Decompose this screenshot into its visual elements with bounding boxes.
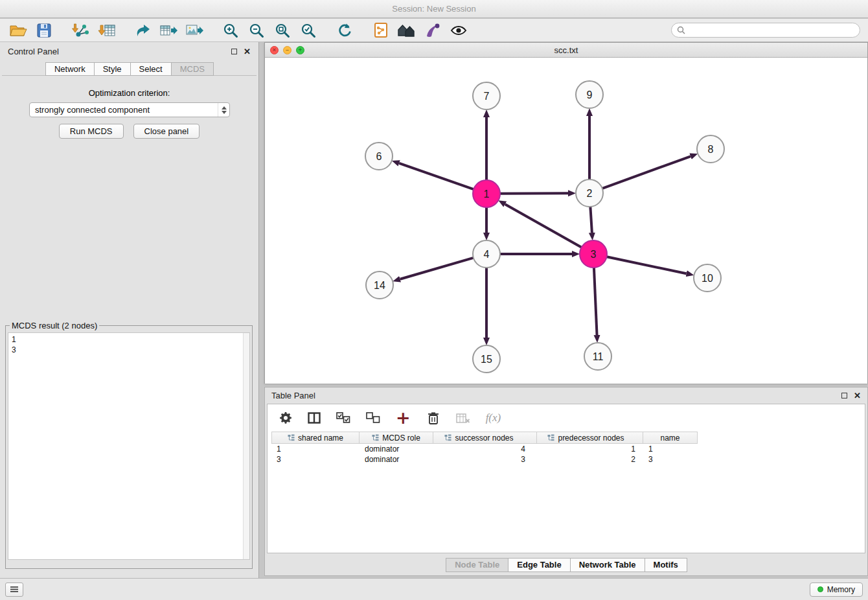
graph-edge-2-8[interactable]: [602, 156, 691, 189]
task-history-button[interactable]: [5, 583, 23, 597]
delete-table-button[interactable]: [456, 413, 470, 424]
column-label: shared name: [298, 433, 343, 443]
graph-edge-1-2[interactable]: [500, 193, 568, 194]
column-header-mcds-role[interactable]: MCDS role: [360, 432, 433, 444]
mcds-result-line[interactable]: 1: [12, 334, 240, 345]
tab-mcds[interactable]: MCDS: [171, 62, 214, 76]
close-table-panel-icon[interactable]: ✕: [854, 391, 861, 400]
control-panel-tabs: Network Style Select MCDS: [0, 62, 258, 76]
refresh-layout-button[interactable]: [332, 20, 358, 41]
add-row-button[interactable]: +: [396, 411, 411, 424]
graph-edge-4-14[interactable]: [400, 258, 474, 279]
memory-button[interactable]: Memory: [810, 583, 863, 597]
graph-node-label: 8: [708, 144, 714, 155]
tab-motifs[interactable]: Motifs: [645, 558, 687, 572]
cell-name[interactable]: 1: [643, 444, 698, 454]
column-header-shared-name[interactable]: shared name: [271, 432, 360, 444]
export-network-icon: [134, 23, 151, 38]
graph-edge-3-11[interactable]: [594, 268, 597, 335]
graph-node-label: 4: [484, 249, 490, 260]
cell-shared-name[interactable]: 1: [271, 444, 360, 454]
float-panel-icon[interactable]: [231, 49, 237, 54]
float-table-panel-icon[interactable]: [841, 393, 847, 398]
graph-node-label: 6: [376, 151, 382, 162]
column-header-predecessor-nodes[interactable]: predecessor nodes: [537, 432, 643, 444]
tab-network[interactable]: Network: [45, 62, 95, 76]
import-table-icon: [98, 23, 115, 38]
zoom-window-icon[interactable]: +: [296, 46, 304, 54]
column-label: successor nodes: [455, 433, 513, 443]
save-session-button[interactable]: [31, 20, 57, 41]
table-options-button[interactable]: [279, 411, 292, 424]
column-header-successor-nodes[interactable]: successor nodes: [433, 432, 537, 444]
zoom-fit-icon: [275, 23, 290, 38]
cell-name[interactable]: 3: [643, 455, 698, 464]
graph-node-label: 2: [587, 188, 593, 199]
tab-edge-table[interactable]: Edge Table: [508, 558, 570, 572]
zoom-in-button[interactable]: [218, 20, 244, 41]
memory-status-icon: [817, 586, 823, 592]
select-all-checks-icon: [336, 412, 350, 424]
cell-mcds-role[interactable]: dominator: [360, 444, 433, 454]
close-panel-icon[interactable]: ✕: [244, 47, 251, 56]
graph-edge-1-6[interactable]: [399, 163, 474, 189]
run-mcds-button[interactable]: Run MCDS: [59, 124, 124, 139]
close-panel-button[interactable]: Close panel: [133, 124, 200, 139]
zoom-fit-button[interactable]: [269, 20, 295, 41]
mcds-result-line[interactable]: 3: [12, 345, 240, 355]
minimize-window-icon[interactable]: –: [283, 46, 291, 54]
title-bar: Session: New Session: [0, 0, 868, 18]
result-scrollbar[interactable]: [243, 333, 249, 559]
network-graph[interactable]: 1234678910111415: [265, 58, 867, 384]
import-table-button[interactable]: [93, 20, 119, 41]
show-columns-button[interactable]: [308, 412, 321, 424]
table-row[interactable]: 3 dominator 3 2 3: [271, 454, 865, 465]
import-network-button[interactable]: [67, 20, 93, 41]
export-network-button[interactable]: [130, 20, 155, 41]
cell-shared-name[interactable]: 3: [271, 455, 360, 464]
graph-edge-3-1[interactable]: [505, 204, 582, 247]
show-hide-button[interactable]: [446, 20, 472, 41]
search-field[interactable]: [671, 23, 860, 38]
column-type-icon: [288, 434, 295, 441]
tab-select[interactable]: Select: [130, 62, 172, 76]
table-panel-tabs: Node Table Edge Table Network Table Moti…: [265, 558, 867, 572]
plus-icon: +: [396, 411, 411, 424]
graph-edge-3-10[interactable]: [607, 257, 687, 273]
open-session-button[interactable]: [5, 20, 31, 41]
zoom-out-button[interactable]: [244, 20, 269, 41]
export-table-button[interactable]: [155, 20, 181, 41]
table-row[interactable]: 1 dominator 4 1 1: [271, 444, 865, 454]
graph-edge-2-3[interactable]: [590, 207, 592, 233]
select-all-button[interactable]: [336, 412, 350, 424]
network-window-title: scc.txt: [554, 45, 578, 55]
cell-successor-nodes[interactable]: 4: [433, 444, 537, 454]
apply-style-icon: [425, 23, 440, 38]
column-header-name[interactable]: name: [643, 432, 698, 444]
function-builder-button[interactable]: f(x): [486, 411, 501, 424]
window-title: Session: New Session: [392, 4, 475, 14]
deselect-all-button[interactable]: [366, 412, 380, 424]
graph-node-label: 11: [593, 351, 604, 362]
apply-style-button[interactable]: [420, 20, 446, 41]
nested-network-button[interactable]: [394, 20, 420, 41]
mcds-result-fieldset: MCDS result (2 nodes) 1 3: [5, 321, 253, 569]
cell-successor-nodes[interactable]: 3: [433, 455, 537, 464]
cell-predecessor-nodes[interactable]: 1: [537, 444, 643, 454]
criterion-dropdown[interactable]: strongly connected component: [29, 102, 230, 117]
search-input[interactable]: [689, 25, 860, 36]
first-neighbors-button[interactable]: [368, 20, 394, 41]
table-header-row: shared name MCDS role successor nodes pr…: [271, 432, 865, 444]
tab-network-table[interactable]: Network Table: [570, 558, 645, 572]
network-canvas[interactable]: 1234678910111415: [265, 58, 867, 384]
export-image-button[interactable]: [181, 20, 207, 41]
zoom-selected-button[interactable]: [295, 20, 321, 41]
close-window-icon[interactable]: ×: [270, 46, 279, 54]
column-type-icon: [372, 434, 379, 441]
cell-mcds-role[interactable]: dominator: [360, 455, 433, 464]
cell-predecessor-nodes[interactable]: 2: [537, 455, 643, 464]
delete-row-button[interactable]: [426, 411, 440, 425]
tab-style[interactable]: Style: [94, 62, 131, 76]
graph-node-label: 14: [374, 280, 385, 291]
tab-node-table[interactable]: Node Table: [446, 558, 508, 572]
